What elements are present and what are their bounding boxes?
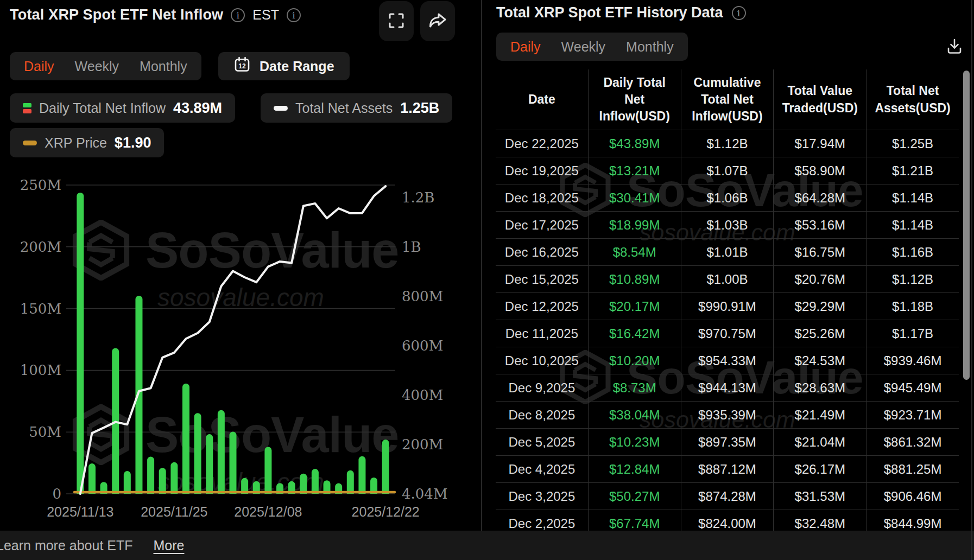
info-icon[interactable] bbox=[287, 8, 301, 22]
cell-value: $58.90M bbox=[773, 157, 866, 184]
cell-value: $944.13M bbox=[681, 374, 774, 401]
bar-line-chart[interactable]: 050M100M150M200M250M4.04M200M400M600M800… bbox=[0, 157, 481, 532]
timezone-label: EST bbox=[252, 7, 279, 23]
cell-value: $10.89M bbox=[588, 266, 681, 292]
cell-value: $25.26M bbox=[773, 320, 866, 347]
cell-value: $1.17B bbox=[866, 320, 959, 347]
column-header: Total Net Assets(USD) bbox=[866, 69, 959, 130]
share-button[interactable] bbox=[420, 1, 455, 41]
cell-value: $881.25M bbox=[866, 456, 959, 482]
scrollbar-track[interactable] bbox=[971, 0, 972, 560]
cell-date: Dec 18,2025 bbox=[496, 184, 588, 211]
svg-text:2025/11/13: 2025/11/13 bbox=[47, 504, 113, 519]
legend-value: 43.89M bbox=[173, 100, 222, 117]
cell-value: $945.49M bbox=[866, 374, 959, 401]
cell-value: $16.42M bbox=[588, 320, 681, 347]
more-link[interactable]: More bbox=[154, 538, 185, 553]
panel-divider bbox=[481, 0, 482, 560]
download-icon bbox=[945, 37, 964, 57]
info-icon[interactable] bbox=[231, 8, 245, 22]
table-row[interactable]: Dec 3,2025$50.27M$874.28M$31.53M$906.46M bbox=[496, 483, 959, 510]
cell-date: Dec 17,2025 bbox=[496, 212, 588, 238]
cell-value: $18.99M bbox=[588, 212, 681, 238]
svg-text:1.2B: 1.2B bbox=[402, 189, 434, 206]
history-panel: Total XRP Spot ETF History Data Daily We… bbox=[482, 0, 974, 560]
cell-value: $20.76M bbox=[773, 266, 866, 292]
legend-daily-net-inflow[interactable]: Daily Total Net Inflow 43.89M bbox=[10, 93, 235, 123]
cell-value: $1.12B bbox=[866, 266, 959, 292]
svg-text:4.04M: 4.04M bbox=[402, 486, 448, 502]
tab-monthly[interactable]: Monthly bbox=[140, 59, 187, 74]
history-table: DateDaily Total Net Inflow(USD)Cumulativ… bbox=[496, 69, 959, 537]
footer-text: Learn more about ETF bbox=[0, 538, 133, 553]
cell-value: $887.12M bbox=[681, 456, 774, 482]
cell-value: $1.14B bbox=[866, 212, 959, 238]
etf-flow-chart: SoSoValue sosovalue.com SoSoValue sosova… bbox=[0, 157, 481, 532]
cell-value: $970.75M bbox=[681, 320, 774, 347]
cell-value: $8.73M bbox=[588, 374, 681, 401]
tab-weekly[interactable]: Weekly bbox=[561, 39, 606, 55]
legend-xrp-price[interactable]: XRP Price $1.90 bbox=[10, 128, 164, 157]
table-row[interactable]: Dec 17,2025$18.99M$1.03B$53.16M$1.14B bbox=[496, 212, 959, 239]
info-icon[interactable] bbox=[732, 6, 746, 20]
table-body: Dec 22,2025$43.89M$1.12B$17.94M$1.25BDec… bbox=[496, 130, 959, 537]
cell-date: Dec 16,2025 bbox=[496, 239, 588, 265]
svg-text:150M: 150M bbox=[20, 301, 61, 317]
xrp-etf-dashboard: Total XRP Spot ETF Net Inflow EST Da bbox=[0, 0, 974, 560]
table-row[interactable]: Dec 11,2025$16.42M$970.75M$25.26M$1.17B bbox=[496, 320, 959, 347]
cell-value: $10.20M bbox=[588, 347, 681, 374]
price-series-icon bbox=[23, 141, 37, 145]
tab-monthly[interactable]: Monthly bbox=[626, 39, 674, 55]
table-row[interactable]: Dec 4,2025$12.84M$887.12M$26.17M$881.25M bbox=[496, 456, 959, 483]
chart-header: Total XRP Spot ETF Net Inflow EST bbox=[10, 7, 301, 23]
cell-value: $17.94M bbox=[773, 130, 866, 157]
cell-date: Dec 22,2025 bbox=[496, 130, 588, 157]
chart-panel: Total XRP Spot ETF Net Inflow EST Da bbox=[0, 0, 481, 560]
svg-text:12: 12 bbox=[238, 62, 246, 70]
column-header: Daily Total Net Inflow(USD) bbox=[588, 69, 681, 130]
cell-date: Dec 12,2025 bbox=[496, 293, 588, 320]
page-title: Total XRP Spot ETF Net Inflow bbox=[10, 7, 223, 23]
download-button[interactable] bbox=[941, 34, 967, 60]
cell-date: Dec 5,2025 bbox=[496, 429, 588, 455]
cell-value: $64.28M bbox=[773, 184, 866, 211]
cell-value: $897.35M bbox=[681, 429, 774, 455]
svg-text:1B: 1B bbox=[402, 239, 421, 255]
tab-daily[interactable]: Daily bbox=[510, 39, 541, 55]
tab-daily[interactable]: Daily bbox=[24, 59, 54, 74]
table-row[interactable]: Dec 22,2025$43.89M$1.12B$17.94M$1.25B bbox=[496, 130, 959, 157]
cell-date: Dec 4,2025 bbox=[496, 456, 588, 482]
table-row[interactable]: Dec 15,2025$10.89M$1.00B$20.76M$1.12B bbox=[496, 266, 959, 293]
cell-date: Dec 19,2025 bbox=[496, 157, 588, 184]
fullscreen-icon bbox=[388, 12, 404, 30]
cell-value: $21.49M bbox=[773, 402, 866, 428]
tab-weekly[interactable]: Weekly bbox=[75, 59, 119, 74]
table-row[interactable]: Dec 12,2025$20.17M$990.91M$29.29M$1.18B bbox=[496, 293, 959, 320]
share-icon bbox=[429, 12, 446, 30]
svg-text:2025/12/08: 2025/12/08 bbox=[234, 504, 302, 519]
svg-text:2025/12/22: 2025/12/22 bbox=[352, 504, 420, 519]
table-row[interactable]: Dec 9,2025$8.73M$944.13M$28.63M$945.49M bbox=[496, 374, 959, 402]
table-row[interactable]: Dec 8,2025$38.04M$935.39M$21.49M$923.71M bbox=[496, 402, 959, 429]
history-period-tabs: Daily Weekly Monthly bbox=[496, 33, 688, 61]
column-header: Date bbox=[496, 69, 588, 130]
scrollbar-thumb[interactable] bbox=[963, 71, 970, 380]
table-row[interactable]: Dec 18,2025$30.41M$1.06B$64.28M$1.14B bbox=[496, 184, 959, 212]
history-header: Total XRP Spot ETF History Data bbox=[496, 4, 746, 21]
svg-text:2025/11/25: 2025/11/25 bbox=[141, 504, 207, 519]
table-row[interactable]: Dec 10,2025$10.20M$954.33M$24.53M$939.46… bbox=[496, 347, 959, 374]
legend-total-net-assets[interactable]: Total Net Assets 1.25B bbox=[261, 93, 452, 123]
cell-value: $30.41M bbox=[588, 184, 681, 211]
fullscreen-button[interactable] bbox=[379, 1, 414, 41]
svg-text:100M: 100M bbox=[20, 362, 61, 378]
table-row[interactable]: Dec 19,2025$13.21M$1.07B$58.90M$1.21B bbox=[496, 157, 959, 184]
table-row[interactable]: Dec 16,2025$8.54M$1.01B$16.75M$1.16B bbox=[496, 239, 959, 266]
cell-date: Dec 9,2025 bbox=[496, 374, 588, 401]
date-range-button[interactable]: 12 Date Range bbox=[218, 52, 350, 80]
cell-value: $1.03B bbox=[681, 212, 774, 238]
table-row[interactable]: Dec 5,2025$10.23M$897.35M$21.04M$861.32M bbox=[496, 429, 959, 456]
cell-value: $1.16B bbox=[866, 239, 959, 265]
cell-date: Dec 8,2025 bbox=[496, 402, 588, 428]
cell-value: $43.89M bbox=[588, 130, 681, 157]
cell-value: $13.21M bbox=[588, 157, 681, 184]
